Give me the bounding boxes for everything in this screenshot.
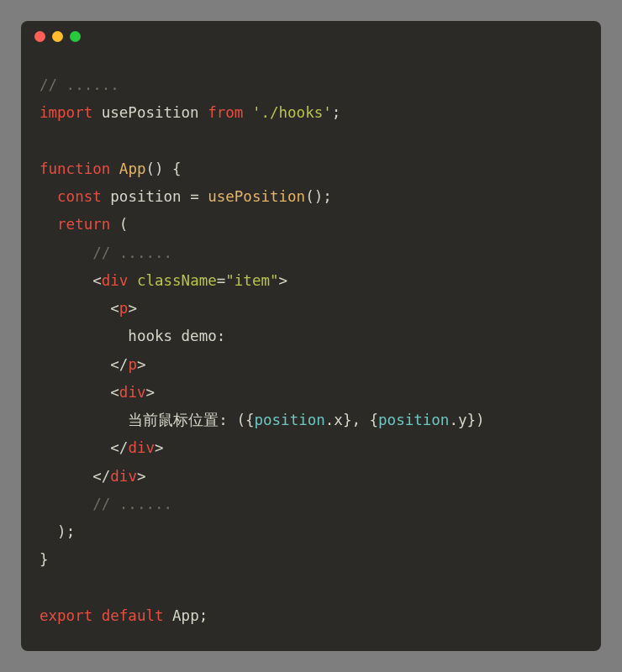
code-token: div xyxy=(119,384,146,401)
code-token: ( xyxy=(119,216,129,233)
code-token: { xyxy=(245,412,255,428)
code-token: } xyxy=(466,412,476,428)
code-token: / xyxy=(119,356,129,373)
code-comment: // ...... xyxy=(40,76,119,93)
code-token: "item" xyxy=(225,272,278,289)
code-token: { xyxy=(172,160,182,177)
code-token: ) xyxy=(476,412,485,428)
code-token: ; xyxy=(332,104,341,121)
code-token: ; xyxy=(66,523,76,540)
code-token: = xyxy=(182,188,208,205)
code-token: export xyxy=(40,607,92,624)
code-token: x xyxy=(334,412,343,428)
code-token: > xyxy=(137,356,146,373)
code-token: . xyxy=(449,412,458,428)
code-token: position xyxy=(378,412,449,428)
code-token: div xyxy=(110,468,137,485)
minimize-icon[interactable] xyxy=(52,31,63,42)
code-token: const xyxy=(57,188,102,205)
code-token: ; xyxy=(323,188,332,205)
code-token: hooks demo: xyxy=(128,328,225,344)
code-token: './hooks' xyxy=(252,104,332,121)
code-comment: // ...... xyxy=(92,244,172,261)
code-block: // ...... import usePosition from './hoo… xyxy=(21,51,601,650)
code-token: < xyxy=(110,384,119,401)
code-token: } xyxy=(40,551,49,568)
code-token: function xyxy=(40,160,110,177)
code-token: / xyxy=(119,439,129,456)
code-token: < xyxy=(110,439,119,456)
code-token: usePosition xyxy=(102,104,199,121)
code-token: className xyxy=(137,272,217,289)
titlebar xyxy=(21,21,601,51)
code-token: return xyxy=(57,216,110,233)
code-token: div xyxy=(102,272,129,289)
code-token: y xyxy=(458,412,467,428)
code-token: usePosition xyxy=(208,188,305,205)
code-token: App xyxy=(119,160,146,177)
code-token: < xyxy=(92,468,102,485)
code-token: } xyxy=(343,412,352,428)
code-token: App xyxy=(172,607,199,624)
code-token: from xyxy=(208,104,243,121)
code-token: ) xyxy=(57,523,66,540)
code-token: > xyxy=(155,439,164,456)
code-token: = xyxy=(217,272,226,289)
close-icon[interactable] xyxy=(34,31,45,42)
code-token: ; xyxy=(199,607,208,624)
code-token: p xyxy=(128,356,137,373)
code-token: () xyxy=(305,188,323,205)
code-token: p xyxy=(119,300,129,317)
code-token: > xyxy=(145,384,155,401)
code-token: < xyxy=(110,300,119,317)
code-token: ) xyxy=(155,160,164,177)
code-token: > xyxy=(137,468,146,485)
editor-window: // ...... import usePosition from './hoo… xyxy=(21,21,601,651)
code-token: { xyxy=(370,412,379,428)
code-token: < xyxy=(92,272,102,289)
code-token: . xyxy=(325,412,335,428)
code-token: div xyxy=(128,439,155,456)
maximize-icon[interactable] xyxy=(70,31,81,42)
code-token: import xyxy=(40,104,92,121)
code-token: 当前鼠标位置: ( xyxy=(128,412,245,428)
code-token: position xyxy=(110,188,181,205)
code-token: / xyxy=(102,468,111,485)
code-token: < xyxy=(110,356,119,373)
code-token: > xyxy=(128,300,137,317)
code-token: default xyxy=(102,607,164,624)
code-token: ( xyxy=(145,160,155,177)
code-token: > xyxy=(279,272,288,289)
code-token: , xyxy=(351,412,369,428)
code-token: position xyxy=(255,412,325,428)
code-comment: // ...... xyxy=(92,496,172,512)
